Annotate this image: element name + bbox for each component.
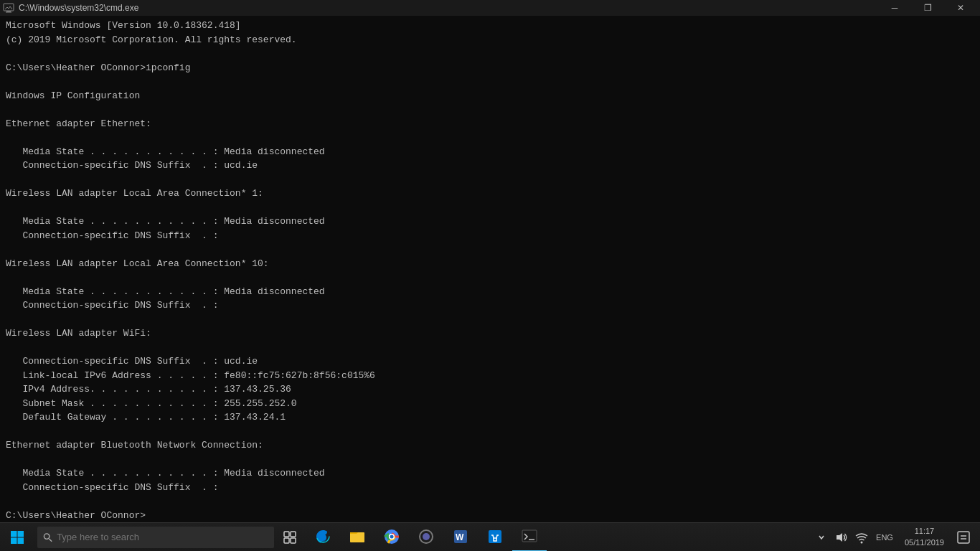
titlebar-controls: ─ ❐ ✕ (878, 0, 977, 16)
cmd-icon (3, 2, 14, 14)
taskbar-app-edge[interactable] (306, 523, 340, 552)
svg-rect-27 (958, 532, 969, 543)
svg-text:W: W (456, 532, 464, 542)
svg-point-7 (44, 533, 50, 539)
titlebar: C:\Windows\system32\cmd.exe ─ ❐ ✕ (0, 0, 980, 16)
svg-rect-22 (489, 530, 501, 543)
task-view-button[interactable] (274, 523, 306, 552)
taskbar-app-store[interactable] (478, 523, 512, 552)
taskbar-app-cortana[interactable] (409, 523, 443, 552)
svg-point-15 (389, 534, 395, 540)
svg-rect-23 (522, 530, 537, 542)
svg-rect-2 (6, 12, 11, 13)
titlebar-title: C:\Windows\system32\cmd.exe (19, 3, 138, 13)
close-button[interactable]: ✕ (944, 0, 977, 16)
svg-rect-4 (18, 531, 24, 537)
taskbar-app-word[interactable]: W (443, 523, 478, 552)
taskbar-app-cmd[interactable] (512, 523, 547, 552)
search-icon (43, 532, 52, 542)
volume-icon[interactable] (833, 529, 850, 546)
taskbar-app-explorer[interactable] (340, 523, 374, 552)
svg-rect-5 (11, 537, 17, 544)
clock-time: 11:17 (915, 526, 935, 537)
svg-point-19 (423, 533, 430, 540)
svg-rect-6 (18, 537, 24, 544)
svg-point-14 (385, 529, 399, 544)
svg-point-18 (420, 530, 433, 543)
svg-rect-0 (4, 4, 14, 11)
svg-rect-9 (284, 532, 289, 537)
svg-point-26 (861, 541, 863, 543)
svg-rect-20 (454, 530, 467, 543)
svg-rect-13 (350, 532, 364, 542)
cmd-output: Microsoft Windows [Version 10.0.18362.41… (0, 16, 980, 522)
svg-line-8 (49, 538, 52, 541)
restore-button[interactable]: ❐ (911, 0, 944, 16)
clock-date: 05/11/2019 (905, 537, 944, 548)
svg-point-16 (389, 534, 395, 540)
taskbar-apps: W (306, 523, 807, 552)
start-button[interactable] (0, 523, 34, 552)
svg-marker-25 (837, 533, 842, 542)
svg-rect-11 (284, 538, 289, 543)
wifi-icon[interactable] (853, 529, 870, 546)
language-indicator[interactable]: ENG (873, 529, 896, 546)
minimize-button[interactable]: ─ (878, 0, 911, 16)
svg-point-17 (390, 534, 394, 538)
titlebar-left: C:\Windows\system32\cmd.exe (3, 2, 138, 14)
svg-rect-3 (11, 531, 17, 537)
hidden-icons-button[interactable] (813, 529, 830, 546)
search-bar[interactable] (37, 527, 274, 548)
clock[interactable]: 11:17 05/11/2019 (899, 523, 950, 552)
svg-rect-1 (6, 11, 11, 12)
svg-rect-12 (291, 538, 296, 543)
notification-button[interactable] (953, 523, 974, 552)
system-tray: ENG 11:17 05/11/2019 (807, 523, 980, 552)
taskbar: W (0, 522, 980, 551)
taskbar-app-chrome[interactable] (374, 523, 409, 552)
search-input[interactable] (57, 532, 268, 542)
cmd-text: Microsoft Windows [Version 10.0.18362.41… (6, 19, 974, 522)
svg-rect-10 (291, 532, 296, 537)
